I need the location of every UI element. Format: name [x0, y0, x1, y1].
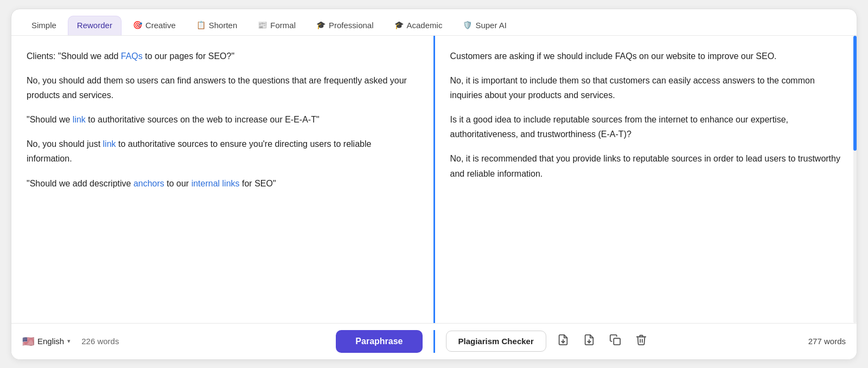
link-link-2[interactable]: link	[103, 139, 116, 149]
tab-reworder[interactable]: Reworder	[68, 16, 122, 35]
academic-icon: 🎓	[394, 21, 404, 29]
tab-simple-label: Simple	[31, 21, 56, 30]
copy-icon	[609, 334, 621, 346]
tabs-bar: Simple Reworder 🎯 Creative 📋 Shorten 📰 F…	[11, 9, 857, 36]
right-para-2: No, it is important to include them so t…	[450, 73, 846, 102]
svg-rect-2	[614, 338, 620, 345]
tab-shorten[interactable]: 📋 Shorten	[187, 16, 247, 35]
tab-super-ai[interactable]: 🛡️ Super AI	[454, 16, 516, 35]
download-doc-button[interactable]	[554, 331, 572, 352]
scrollbar-thumb	[853, 36, 857, 151]
professional-icon: 🎓	[316, 21, 326, 29]
tab-academic[interactable]: 🎓 Academic	[385, 16, 452, 35]
super-ai-icon: 🛡️	[463, 21, 472, 29]
download-txt-icon	[583, 334, 595, 346]
tab-professional-label: Professional	[329, 21, 374, 30]
copy-button[interactable]	[606, 331, 624, 352]
tab-professional[interactable]: 🎓 Professional	[307, 16, 383, 35]
download-txt-button[interactable]	[580, 331, 598, 352]
trash-icon	[635, 334, 647, 346]
right-para-3: Is it a good idea to include reputable s…	[450, 112, 846, 141]
tab-creative-label: Creative	[145, 21, 176, 30]
left-para-2: No, you should add them so users can fin…	[27, 73, 418, 102]
delete-button[interactable]	[632, 331, 650, 352]
tab-simple[interactable]: Simple	[22, 16, 66, 35]
right-scrollbar[interactable]	[853, 36, 857, 323]
tab-reworder-label: Reworder	[77, 21, 112, 30]
tab-formal-label: Formal	[270, 21, 296, 30]
formal-icon: 📰	[258, 21, 267, 29]
plagiarism-checker-button[interactable]: Plagiarism Checker	[446, 331, 546, 352]
left-para-3: "Should we link to authoritative sources…	[27, 112, 418, 127]
flag-icon: 🇺🇸	[22, 335, 34, 347]
left-word-count: 226 words	[81, 337, 119, 346]
left-bottom: 🇺🇸 English ▾ 226 words Paraphrase	[22, 330, 435, 353]
faqs-link[interactable]: FAQs	[121, 51, 143, 61]
tab-formal[interactable]: 📰 Formal	[248, 16, 305, 35]
tab-creative[interactable]: 🎯 Creative	[124, 16, 185, 35]
link-link[interactable]: link	[73, 115, 86, 124]
right-panel: Customers are asking if we should includ…	[435, 36, 857, 323]
download-doc-icon	[557, 334, 569, 346]
right-text-area[interactable]: Customers are asking if we should includ…	[435, 36, 857, 323]
left-panel: Clients: "Should we add FAQs to our page…	[11, 36, 435, 323]
right-para-4: No, it is recommended that you provide l…	[450, 151, 846, 180]
left-para-4: No, you should just link to authoritativ…	[27, 137, 418, 166]
right-word-count: 277 words	[808, 337, 846, 346]
left-para-1: Clients: "Should we add FAQs to our page…	[27, 49, 418, 63]
tab-academic-label: Academic	[407, 21, 443, 30]
tab-shorten-label: Shorten	[209, 21, 238, 30]
right-para-1: Customers are asking if we should includ…	[450, 49, 846, 63]
creative-icon: 🎯	[133, 21, 142, 29]
language-selector[interactable]: 🇺🇸 English ▾	[22, 335, 71, 347]
internal-link[interactable]: internal links	[192, 179, 240, 188]
left-para-5: "Should we add descriptive anchors to ou…	[27, 176, 418, 191]
anchors-link[interactable]: anchors	[133, 179, 164, 188]
shorten-icon: 📋	[196, 21, 206, 29]
app-container: Simple Reworder 🎯 Creative 📋 Shorten 📰 F…	[11, 9, 857, 360]
left-text-area[interactable]: Clients: "Should we add FAQs to our page…	[11, 36, 433, 323]
chevron-down-icon: ▾	[67, 338, 71, 345]
right-bottom: Plagiarism Checker 277	[435, 331, 846, 352]
paraphrase-button[interactable]: Paraphrase	[336, 330, 422, 353]
tab-super-ai-label: Super AI	[475, 21, 507, 30]
main-content: Clients: "Should we add FAQs to our page…	[11, 36, 857, 323]
language-label: English	[37, 337, 64, 346]
bottom-bar: 🇺🇸 English ▾ 226 words Paraphrase Plagia…	[11, 323, 857, 359]
